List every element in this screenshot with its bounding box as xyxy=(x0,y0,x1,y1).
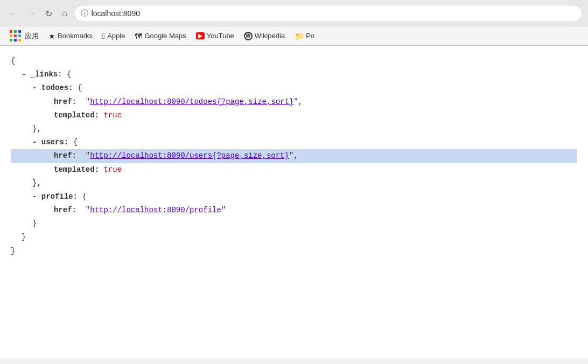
json-open-brace: { xyxy=(11,54,577,68)
wikipedia-icon: W xyxy=(244,32,253,40)
bookmark-apple[interactable]:  Apple xyxy=(98,30,129,42)
page-content: { - _links: { - todoes: { href: "http://… xyxy=(0,46,588,358)
json-profile-line: - profile: { xyxy=(11,190,577,204)
json-users-line: - users: { xyxy=(11,136,577,149)
json-users-close: }, xyxy=(11,177,577,190)
json-profile-close: } xyxy=(11,217,577,230)
address-bar[interactable]: ⓘ xyxy=(74,5,583,22)
youtube-label: YouTube xyxy=(207,32,234,40)
wikipedia-label: Wikipedia xyxy=(255,32,285,40)
json-close-brace: } xyxy=(11,244,577,258)
maps-icon: 🗺 xyxy=(135,32,142,40)
forward-button[interactable]: → xyxy=(24,6,39,20)
back-button[interactable]: ← xyxy=(5,6,20,20)
json-todoes-close: }, xyxy=(11,122,577,136)
apple-icon:  xyxy=(102,32,105,40)
users-href-link[interactable]: http://localhost:8090/users{?page,size,s… xyxy=(90,151,289,160)
todoes-href-link[interactable]: http://localhost:8090/todoes{?page,size,… xyxy=(90,97,293,106)
info-icon: ⓘ xyxy=(81,9,88,18)
nav-bar: ← → ↻ ⌂ ⓘ xyxy=(0,0,588,27)
apps-icon xyxy=(9,29,23,43)
home-button[interactable]: ⌂ xyxy=(59,6,71,20)
bookmark-po[interactable]: 📁 Po xyxy=(290,30,319,42)
json-todoes-templated-line: templated: true xyxy=(11,109,577,122)
po-label: Po xyxy=(306,32,314,40)
star-icon: ★ xyxy=(48,32,55,40)
maps-label: Google Maps xyxy=(144,32,186,40)
apps-label: 应用 xyxy=(25,31,39,41)
folder-icon: 📁 xyxy=(295,32,304,40)
youtube-icon: ▶ xyxy=(196,32,205,39)
json-users-templated-line: templated: true xyxy=(11,163,577,177)
bookmark-bookmarks[interactable]: ★ Bookmarks xyxy=(44,30,97,42)
profile-href-link[interactable]: http://localhost:8090/profile xyxy=(90,206,221,214)
json-links-close: } xyxy=(11,230,577,244)
json-todoes-href-line: href: "http://localhost:8090/todoes{?pag… xyxy=(11,95,577,109)
json-todoes-line: - todoes: { xyxy=(11,81,577,95)
bookmarks-bar: 应用 ★ Bookmarks  Apple 🗺 Google Maps ▶ Y… xyxy=(0,27,588,45)
bookmark-youtube[interactable]: ▶ YouTube xyxy=(192,30,239,41)
bookmark-google-maps[interactable]: 🗺 Google Maps xyxy=(130,30,190,42)
refresh-button[interactable]: ↻ xyxy=(42,6,55,21)
json-links-line: - _links: { xyxy=(11,68,577,81)
browser-chrome: ← → ↻ ⌂ ⓘ 应用 ★ xyxy=(0,0,588,46)
apple-label: Apple xyxy=(107,32,125,40)
bookmark-apps[interactable]: 应用 xyxy=(4,27,43,45)
json-profile-href-line: href: "http://localhost:8090/profile" xyxy=(11,204,577,217)
bookmarks-label: Bookmarks xyxy=(58,32,93,40)
json-users-href-line: href: "http://localhost:8090/users{?page… xyxy=(11,149,577,163)
url-input[interactable] xyxy=(92,9,576,18)
bookmark-wikipedia[interactable]: W Wikipedia xyxy=(240,30,289,42)
